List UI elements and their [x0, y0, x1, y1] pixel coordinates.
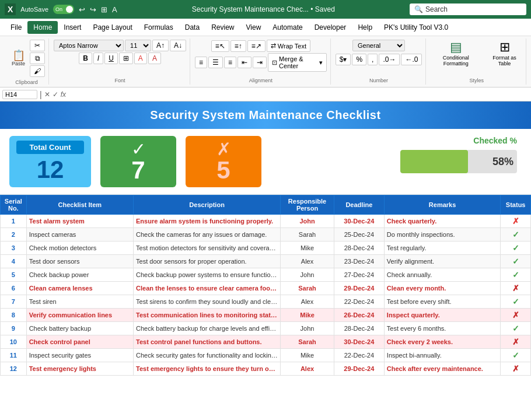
cut-button[interactable]: ✂ [30, 40, 45, 51]
col-serial-header: Serial No. [1, 195, 27, 215]
grid-icon[interactable]: ⊞ [101, 5, 107, 14]
cell-person: Mike [281, 309, 334, 322]
font-name-select[interactable]: Aptos Narrow [54, 40, 124, 51]
conditional-formatting-button[interactable]: ▤ Conditional Formatting [431, 40, 481, 66]
underline-button[interactable]: U [104, 52, 118, 64]
cell-deadline: 29-Dec-24 [334, 282, 384, 295]
confirm-formula-icon[interactable]: ✓ [53, 90, 58, 99]
increase-decimal-button[interactable]: .0→ [379, 54, 400, 65]
kpi-checked-count: ✓ 7 [100, 136, 176, 187]
decrease-font-button[interactable]: A↓ [170, 40, 186, 51]
cell-serial: 3 [1, 242, 27, 255]
currency-button[interactable]: $▾ [336, 54, 351, 65]
x-icon: ✗ [216, 141, 231, 158]
decrease-decimal-button[interactable]: ←.0 [401, 54, 422, 65]
cell-status: ✗ [501, 362, 531, 376]
font-size-select[interactable]: 11 [125, 40, 151, 51]
menu-file[interactable]: File [5, 21, 27, 34]
align-top-left-button[interactable]: ≡↖ [211, 40, 229, 52]
format-painter-button[interactable]: 🖌 [30, 65, 45, 77]
cond-format-icon: ▤ [450, 40, 462, 55]
menu-pks-utility[interactable]: PK's Utility Tool V3.0 [378, 21, 454, 34]
wrap-text-button[interactable]: ⇄ Wrap Text [267, 40, 310, 52]
merge-chevron-icon: ▾ [319, 59, 323, 66]
cell-status: ✓ [501, 295, 531, 309]
align-center-button[interactable]: ☰ [208, 57, 223, 68]
align-top-right-button[interactable]: ≡↗ [247, 40, 266, 52]
paste-button[interactable]: 📋 Paste [8, 48, 29, 69]
clipboard-group: 📋 Paste ✂ ⧉ 🖌 Clipboard [5, 38, 49, 85]
increase-font-button[interactable]: A↑ [152, 40, 169, 51]
kpi-unchecked-count: ✗ 5 [186, 136, 261, 187]
redo-icon[interactable]: ↪ [90, 5, 96, 14]
col-person-header: Responsible Person [281, 195, 334, 215]
cell-desc: Test emergency lights to ensure they tur… [134, 362, 281, 376]
align-right-button[interactable]: ≡ [224, 57, 236, 68]
styles-group: ▤ Conditional Formatting ⊞ Format as Tab… [427, 38, 526, 85]
cell-serial: 6 [1, 282, 27, 295]
menu-formulas[interactable]: Formulas [138, 21, 179, 34]
undo-icon[interactable]: ↩ [79, 5, 85, 14]
cell-serial: 9 [1, 322, 27, 335]
fill-color-button[interactable]: A [134, 52, 147, 64]
formula-bar: | ✕ ✓ fx [0, 88, 531, 102]
menu-page-layout[interactable]: Page Layout [87, 21, 138, 34]
cell-item: Check control panel [26, 335, 133, 349]
comma-button[interactable]: , [368, 54, 378, 65]
decrease-indent-button[interactable]: ⇤ [237, 57, 251, 68]
autosave-toggle[interactable]: On [53, 5, 74, 14]
search-box[interactable]: 🔍 Search [410, 4, 526, 15]
check-icon: ✓ [131, 141, 146, 158]
toggle-state: On [55, 6, 62, 12]
menu-automate[interactable]: Automate [267, 21, 308, 34]
table-row: 6 Clean camera lenses Clean the lenses t… [1, 282, 531, 295]
format-table-label: Format as Table [487, 55, 522, 66]
paste-icon: 📋 [12, 50, 25, 61]
ribbon: 📋 Paste ✂ ⧉ 🖌 Clipboard Aptos Narrow 11 … [0, 36, 531, 88]
cell-remarks: Inspect bi-annually. [384, 349, 501, 362]
bold-button[interactable]: B [79, 52, 92, 64]
number-group: General $▾ % , .0→ ←.0 Number [332, 38, 427, 85]
cell-desc: Test door sensors for proper operation. [134, 255, 281, 268]
menu-home[interactable]: Home [27, 21, 58, 34]
styles-buttons: ▤ Conditional Formatting ⊞ Format as Tab… [431, 40, 522, 66]
cell-remarks: Test before every shift. [384, 295, 501, 309]
font-color-button[interactable]: A [148, 52, 161, 64]
menu-view[interactable]: View [240, 21, 267, 34]
italic-button[interactable]: I [93, 52, 103, 64]
cell-item: Clean camera lenses [26, 282, 133, 295]
font-color-icon[interactable]: A [112, 5, 117, 14]
table-header-row: Serial No. Checklist Item Description Re… [1, 195, 531, 215]
menu-help[interactable]: Help [352, 21, 378, 34]
number-label: Number [369, 75, 388, 83]
col-remarks-header: Remarks [384, 195, 501, 215]
merge-center-button[interactable]: ⊡ Merge & Center ▾ [268, 53, 327, 72]
merge-label: Merge & Center [279, 55, 317, 69]
menu-data[interactable]: Data [179, 21, 205, 34]
col-deadline-header: Deadline [334, 195, 384, 215]
formula-input[interactable] [68, 90, 529, 99]
menu-insert[interactable]: Insert [58, 21, 87, 34]
col-status-header: Status [501, 195, 531, 215]
menu-developer[interactable]: Developer [309, 21, 352, 34]
align-left-button[interactable]: ≡ [195, 57, 207, 68]
cell-reference-input[interactable] [2, 90, 37, 99]
cell-deadline: 30-Dec-24 [334, 335, 384, 349]
insert-function-icon[interactable]: fx [61, 90, 66, 99]
increase-indent-button[interactable]: ⇥ [253, 57, 267, 68]
cell-deadline: 27-Dec-24 [334, 268, 384, 282]
border-button[interactable]: ⊞ [119, 52, 133, 64]
cell-desc: Ensure alarm system is functioning prope… [134, 215, 281, 228]
copy-button[interactable]: ⧉ [30, 52, 45, 64]
format-as-table-button[interactable]: ⊞ Format as Table [487, 40, 522, 66]
cell-person: Sarah [281, 282, 334, 295]
percent-button[interactable]: % [352, 54, 366, 65]
number-format-select[interactable]: General [352, 40, 405, 51]
wrap-label: Wrap Text [278, 43, 306, 50]
cell-serial: 8 [1, 309, 27, 322]
cancel-formula-icon[interactable]: ✕ [44, 90, 50, 99]
align-top-center-button[interactable]: ≡↑ [230, 40, 246, 52]
font-group: Aptos Narrow 11 A↑ A↓ B I U ⊞ A A Font [50, 38, 190, 85]
cell-serial: 1 [1, 215, 27, 228]
menu-review[interactable]: Review [205, 21, 240, 34]
